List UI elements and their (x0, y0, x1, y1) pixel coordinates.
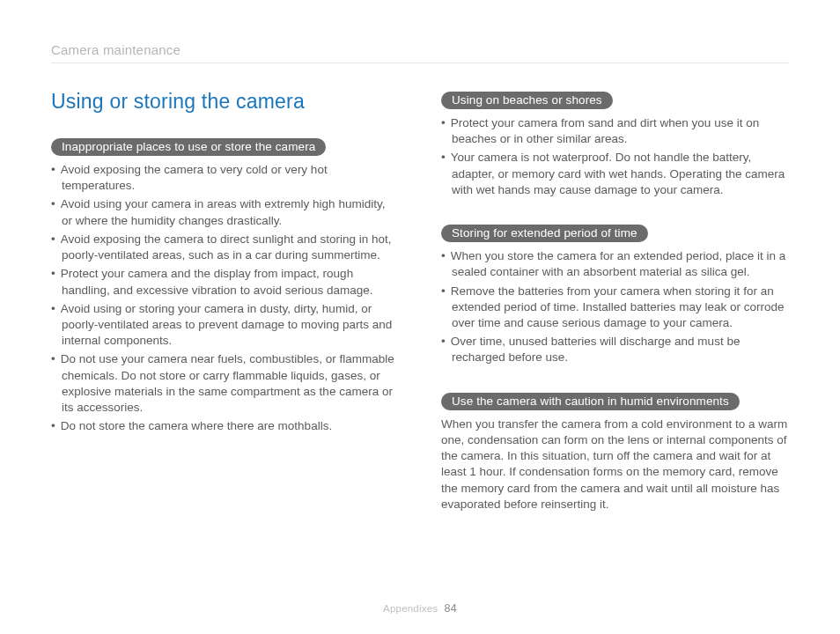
list-item: Avoid exposing the camera to direct sunl… (51, 232, 399, 263)
pill-extended-storage: Storing for extended period of time (441, 225, 648, 242)
list-item: Do not store the camera where there are … (51, 418, 399, 434)
list-item: Avoid using or storing your camera in du… (51, 301, 399, 350)
list-item: Protect your camera and the display from… (51, 266, 399, 298)
list-item: Your camera is not waterproof. Do not ha… (441, 150, 789, 198)
bullet-list-extended-storage: When you store the camera for an extende… (441, 248, 789, 366)
footer-section: Appendixes (383, 603, 438, 614)
pill-beaches: Using on beaches or shores (441, 92, 613, 109)
running-head: Camera maintenance (51, 42, 789, 63)
main-heading: Using or storing the camera (51, 90, 399, 114)
list-item: Protect your camera from sand and dirt w… (441, 115, 789, 147)
bullet-list-beaches: Protect your camera from sand and dirt w… (441, 115, 789, 198)
list-item: Avoid exposing the camera to very cold o… (51, 162, 399, 194)
list-item: Remove the batteries from your camera wh… (441, 284, 789, 332)
columns: Using or storing the camera Inappropriat… (51, 90, 789, 539)
column-right: Using on beaches or shores Protect your … (441, 92, 789, 539)
paragraph-humid: When you transfer the camera from a cold… (441, 417, 789, 512)
list-item: When you store the camera for an extende… (441, 248, 789, 280)
page-footer: Appendixes 84 (0, 602, 840, 615)
pill-humid-environments: Use the camera with caution in humid env… (441, 393, 740, 410)
footer-page-number: 84 (445, 602, 457, 615)
column-left: Using or storing the camera Inappropriat… (51, 90, 399, 539)
pill-inappropriate-places: Inappropriate places to use or store the… (51, 138, 326, 156)
list-item: Do not use your camera near fuels, combu… (51, 351, 399, 416)
list-item: Over time, unused batteries will dischar… (441, 334, 789, 365)
bullet-list-inappropriate: Avoid exposing the camera to very cold o… (51, 162, 399, 435)
list-item: Avoid using your camera in areas with ex… (51, 196, 399, 228)
document-page: Camera maintenance Using or storing the … (0, 0, 840, 634)
